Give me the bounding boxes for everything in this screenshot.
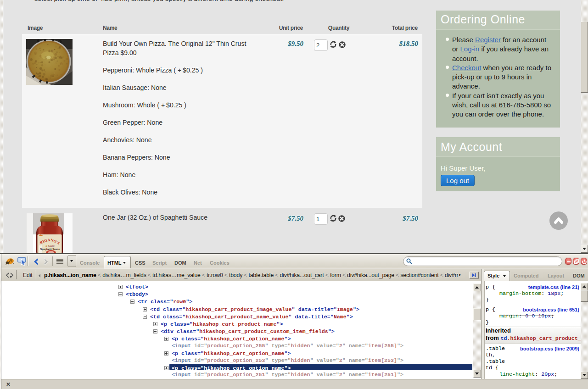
svg-text:il Sugo: il Sugo <box>45 244 55 248</box>
svg-text:Spaghetti Sauce: Spaghetti Sauce <box>40 248 60 250</box>
